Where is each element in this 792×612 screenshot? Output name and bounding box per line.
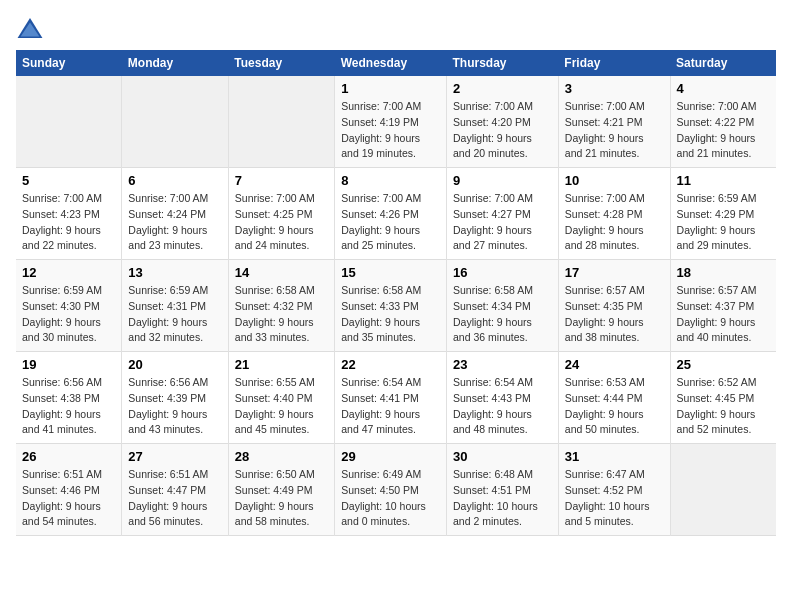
calendar-cell: 24Sunrise: 6:53 AM Sunset: 4:44 PM Dayli… xyxy=(558,352,670,444)
calendar-cell: 6Sunrise: 7:00 AM Sunset: 4:24 PM Daylig… xyxy=(122,168,228,260)
day-info: Sunrise: 6:56 AM Sunset: 4:39 PM Dayligh… xyxy=(128,375,221,438)
day-info: Sunrise: 7:00 AM Sunset: 4:27 PM Dayligh… xyxy=(453,191,552,254)
calendar-cell: 10Sunrise: 7:00 AM Sunset: 4:28 PM Dayli… xyxy=(558,168,670,260)
weekday-header-wednesday: Wednesday xyxy=(335,50,447,76)
day-info: Sunrise: 6:58 AM Sunset: 4:32 PM Dayligh… xyxy=(235,283,328,346)
calendar-cell: 13Sunrise: 6:59 AM Sunset: 4:31 PM Dayli… xyxy=(122,260,228,352)
calendar-cell: 31Sunrise: 6:47 AM Sunset: 4:52 PM Dayli… xyxy=(558,444,670,536)
day-number: 17 xyxy=(565,265,664,280)
day-info: Sunrise: 7:00 AM Sunset: 4:19 PM Dayligh… xyxy=(341,99,440,162)
day-number: 18 xyxy=(677,265,770,280)
calendar-cell: 1Sunrise: 7:00 AM Sunset: 4:19 PM Daylig… xyxy=(335,76,447,168)
calendar-cell: 2Sunrise: 7:00 AM Sunset: 4:20 PM Daylig… xyxy=(447,76,559,168)
day-number: 6 xyxy=(128,173,221,188)
calendar-cell: 22Sunrise: 6:54 AM Sunset: 4:41 PM Dayli… xyxy=(335,352,447,444)
day-number: 21 xyxy=(235,357,328,372)
calendar-cell: 9Sunrise: 7:00 AM Sunset: 4:27 PM Daylig… xyxy=(447,168,559,260)
day-info: Sunrise: 7:00 AM Sunset: 4:20 PM Dayligh… xyxy=(453,99,552,162)
week-row-1: 1Sunrise: 7:00 AM Sunset: 4:19 PM Daylig… xyxy=(16,76,776,168)
day-info: Sunrise: 6:50 AM Sunset: 4:49 PM Dayligh… xyxy=(235,467,328,530)
day-number: 1 xyxy=(341,81,440,96)
day-number: 30 xyxy=(453,449,552,464)
day-number: 9 xyxy=(453,173,552,188)
calendar-cell xyxy=(122,76,228,168)
weekday-header-friday: Friday xyxy=(558,50,670,76)
day-number: 20 xyxy=(128,357,221,372)
week-row-3: 12Sunrise: 6:59 AM Sunset: 4:30 PM Dayli… xyxy=(16,260,776,352)
day-info: Sunrise: 6:51 AM Sunset: 4:47 PM Dayligh… xyxy=(128,467,221,530)
calendar-table: SundayMondayTuesdayWednesdayThursdayFrid… xyxy=(16,50,776,536)
day-info: Sunrise: 6:54 AM Sunset: 4:41 PM Dayligh… xyxy=(341,375,440,438)
day-info: Sunrise: 6:51 AM Sunset: 4:46 PM Dayligh… xyxy=(22,467,115,530)
calendar-cell: 28Sunrise: 6:50 AM Sunset: 4:49 PM Dayli… xyxy=(228,444,334,536)
weekday-header-row: SundayMondayTuesdayWednesdayThursdayFrid… xyxy=(16,50,776,76)
calendar-cell: 16Sunrise: 6:58 AM Sunset: 4:34 PM Dayli… xyxy=(447,260,559,352)
day-number: 24 xyxy=(565,357,664,372)
day-number: 2 xyxy=(453,81,552,96)
logo-icon xyxy=(16,16,44,40)
day-number: 23 xyxy=(453,357,552,372)
day-number: 26 xyxy=(22,449,115,464)
day-info: Sunrise: 7:00 AM Sunset: 4:24 PM Dayligh… xyxy=(128,191,221,254)
day-number: 25 xyxy=(677,357,770,372)
day-info: Sunrise: 7:00 AM Sunset: 4:22 PM Dayligh… xyxy=(677,99,770,162)
calendar-cell xyxy=(228,76,334,168)
day-number: 4 xyxy=(677,81,770,96)
day-number: 14 xyxy=(235,265,328,280)
logo xyxy=(16,16,48,40)
day-info: Sunrise: 7:00 AM Sunset: 4:23 PM Dayligh… xyxy=(22,191,115,254)
calendar-cell xyxy=(670,444,776,536)
calendar-cell: 11Sunrise: 6:59 AM Sunset: 4:29 PM Dayli… xyxy=(670,168,776,260)
calendar-cell: 15Sunrise: 6:58 AM Sunset: 4:33 PM Dayli… xyxy=(335,260,447,352)
weekday-header-tuesday: Tuesday xyxy=(228,50,334,76)
day-info: Sunrise: 6:48 AM Sunset: 4:51 PM Dayligh… xyxy=(453,467,552,530)
calendar-cell xyxy=(16,76,122,168)
weekday-header-sunday: Sunday xyxy=(16,50,122,76)
calendar-cell: 27Sunrise: 6:51 AM Sunset: 4:47 PM Dayli… xyxy=(122,444,228,536)
day-number: 15 xyxy=(341,265,440,280)
day-number: 12 xyxy=(22,265,115,280)
calendar-cell: 12Sunrise: 6:59 AM Sunset: 4:30 PM Dayli… xyxy=(16,260,122,352)
day-info: Sunrise: 6:54 AM Sunset: 4:43 PM Dayligh… xyxy=(453,375,552,438)
calendar-cell: 29Sunrise: 6:49 AM Sunset: 4:50 PM Dayli… xyxy=(335,444,447,536)
day-number: 28 xyxy=(235,449,328,464)
day-info: Sunrise: 6:53 AM Sunset: 4:44 PM Dayligh… xyxy=(565,375,664,438)
calendar-cell: 14Sunrise: 6:58 AM Sunset: 4:32 PM Dayli… xyxy=(228,260,334,352)
weekday-header-thursday: Thursday xyxy=(447,50,559,76)
weekday-header-saturday: Saturday xyxy=(670,50,776,76)
day-number: 31 xyxy=(565,449,664,464)
calendar-cell: 4Sunrise: 7:00 AM Sunset: 4:22 PM Daylig… xyxy=(670,76,776,168)
day-info: Sunrise: 6:59 AM Sunset: 4:30 PM Dayligh… xyxy=(22,283,115,346)
day-number: 19 xyxy=(22,357,115,372)
day-info: Sunrise: 6:47 AM Sunset: 4:52 PM Dayligh… xyxy=(565,467,664,530)
day-info: Sunrise: 6:57 AM Sunset: 4:37 PM Dayligh… xyxy=(677,283,770,346)
week-row-4: 19Sunrise: 6:56 AM Sunset: 4:38 PM Dayli… xyxy=(16,352,776,444)
page-header xyxy=(16,16,776,40)
calendar-cell: 5Sunrise: 7:00 AM Sunset: 4:23 PM Daylig… xyxy=(16,168,122,260)
weekday-header-monday: Monday xyxy=(122,50,228,76)
calendar-cell: 8Sunrise: 7:00 AM Sunset: 4:26 PM Daylig… xyxy=(335,168,447,260)
day-info: Sunrise: 6:56 AM Sunset: 4:38 PM Dayligh… xyxy=(22,375,115,438)
day-number: 8 xyxy=(341,173,440,188)
calendar-cell: 26Sunrise: 6:51 AM Sunset: 4:46 PM Dayli… xyxy=(16,444,122,536)
day-info: Sunrise: 6:52 AM Sunset: 4:45 PM Dayligh… xyxy=(677,375,770,438)
calendar-cell: 7Sunrise: 7:00 AM Sunset: 4:25 PM Daylig… xyxy=(228,168,334,260)
calendar-cell: 3Sunrise: 7:00 AM Sunset: 4:21 PM Daylig… xyxy=(558,76,670,168)
calendar-cell: 21Sunrise: 6:55 AM Sunset: 4:40 PM Dayli… xyxy=(228,352,334,444)
day-number: 13 xyxy=(128,265,221,280)
calendar-cell: 18Sunrise: 6:57 AM Sunset: 4:37 PM Dayli… xyxy=(670,260,776,352)
day-number: 7 xyxy=(235,173,328,188)
day-number: 10 xyxy=(565,173,664,188)
day-info: Sunrise: 7:00 AM Sunset: 4:28 PM Dayligh… xyxy=(565,191,664,254)
calendar-cell: 19Sunrise: 6:56 AM Sunset: 4:38 PM Dayli… xyxy=(16,352,122,444)
day-number: 3 xyxy=(565,81,664,96)
day-number: 5 xyxy=(22,173,115,188)
day-info: Sunrise: 7:00 AM Sunset: 4:26 PM Dayligh… xyxy=(341,191,440,254)
day-info: Sunrise: 6:49 AM Sunset: 4:50 PM Dayligh… xyxy=(341,467,440,530)
calendar-cell: 25Sunrise: 6:52 AM Sunset: 4:45 PM Dayli… xyxy=(670,352,776,444)
day-info: Sunrise: 6:57 AM Sunset: 4:35 PM Dayligh… xyxy=(565,283,664,346)
calendar-cell: 20Sunrise: 6:56 AM Sunset: 4:39 PM Dayli… xyxy=(122,352,228,444)
calendar-cell: 30Sunrise: 6:48 AM Sunset: 4:51 PM Dayli… xyxy=(447,444,559,536)
day-number: 22 xyxy=(341,357,440,372)
calendar-cell: 23Sunrise: 6:54 AM Sunset: 4:43 PM Dayli… xyxy=(447,352,559,444)
